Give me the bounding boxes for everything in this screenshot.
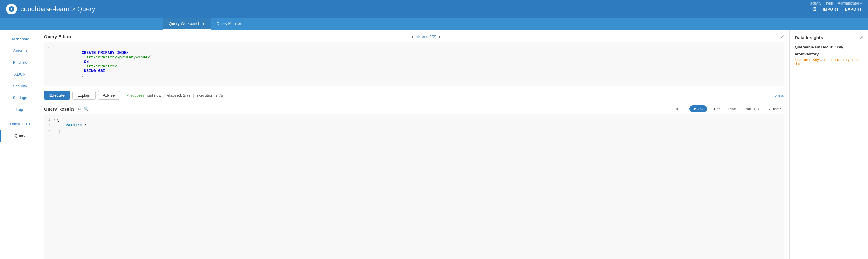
code-editor[interactable]: 1 CREATE PRIMARY INDEX `art-inventory-pr… <box>44 42 784 86</box>
export-button[interactable]: EXPORT <box>845 7 862 11</box>
execute-button[interactable]: Execute <box>44 91 70 100</box>
content-area: Query Editor ‹ history (2/2) › ⤢ 1 CREAT… <box>39 30 868 259</box>
tab-query-monitor[interactable]: Query Monitor <box>211 18 247 30</box>
tab-plan-text[interactable]: Plan Text <box>741 105 764 112</box>
query-panel: Query Editor ‹ history (2/2) › ⤢ 1 CREAT… <box>39 30 789 259</box>
sidebar-logs-label: Logs <box>16 107 24 112</box>
header-left: couchbase-learn > Query <box>6 4 95 14</box>
result-line-2: 2 "results": [] <box>44 122 784 128</box>
query-editor-title: Query Editor <box>44 34 71 39</box>
import-button[interactable]: IMPORT <box>823 7 839 11</box>
result-arrow-1: ▾ <box>53 118 56 122</box>
sidebar: Dashboard Servers Buckets XDCR Security … <box>0 30 39 259</box>
header-right: ⚙ IMPORT EXPORT <box>812 6 862 12</box>
line-number-1: 1 <box>44 46 53 50</box>
tab-query-workbench[interactable]: Query Workbench ▾ <box>163 18 211 30</box>
explain-button[interactable]: Explain <box>72 91 96 100</box>
result-brace-open: { <box>57 117 59 122</box>
query-monitor-label: Query Monitor <box>217 22 241 26</box>
sidebar-servers-label: Servers <box>13 48 27 53</box>
tab-advice[interactable]: Advice <box>766 105 784 112</box>
result-arrow-2 <box>53 124 57 127</box>
sidebar-item-security[interactable]: Security <box>0 80 39 92</box>
main-layout: Dashboard Servers Buckets XDCR Security … <box>0 30 868 259</box>
status-elapsed: elapsed: 2.7s <box>167 93 190 98</box>
query-results-title: Query Results <box>44 106 75 111</box>
tab-table[interactable]: Table <box>672 105 688 112</box>
query-editor-header: Query Editor ‹ history (2/2) › ⤢ <box>39 30 789 42</box>
sidebar-settings-label: Settings <box>13 96 27 100</box>
result-num-2: 2 <box>44 123 53 128</box>
sidebar-documents-label: Documents <box>10 122 30 126</box>
tab-tree[interactable]: Tree <box>708 105 723 112</box>
result-key: "results": [] <box>59 123 94 128</box>
app-title: couchbase-learn > Query <box>21 5 95 13</box>
insights-subtitle: Queryable By Doc ID Only <box>795 45 863 49</box>
search-icon[interactable]: 🔍 <box>84 107 89 111</box>
subnav-bar: Query Workbench ▾ Query Monitor <box>0 18 868 30</box>
insights-keyspace: art-inventory <box>795 52 863 56</box>
status-success-icon: ✓ success <box>126 93 145 98</box>
insights-title: Data Insights <box>795 35 823 40</box>
insights-error: Infer error: Keyspace art-inventory has … <box>795 58 863 66</box>
expand-editor-icon[interactable]: ⤢ <box>780 34 784 39</box>
history-prev-icon[interactable]: ‹ <box>412 34 413 39</box>
top-header: couchbase-learn > Query ⚙ IMPORT EXPORT <box>0 0 868 18</box>
query-workbench-label: Query Workbench <box>169 22 200 26</box>
code-line-1: 1 CREATE PRIMARY INDEX `art-inventory-pr… <box>44 45 784 83</box>
sidebar-item-documents[interactable]: Documents <box>0 118 39 130</box>
results-content: 1 ▾ { 2 "results": [] 3 } <box>44 114 784 259</box>
check-icon: ✓ <box>126 93 129 98</box>
history-link[interactable]: history (2/2) <box>415 34 436 39</box>
advise-button[interactable]: Advise <box>98 91 120 100</box>
history-nav: ‹ history (2/2) › <box>412 34 440 39</box>
result-arrow-3 <box>53 130 57 133</box>
tab-plan[interactable]: Plan <box>725 105 740 112</box>
sidebar-buckets-label: Buckets <box>13 60 27 65</box>
format-icon: ≡ <box>770 93 772 98</box>
copy-icon[interactable]: ⧉ <box>78 106 81 111</box>
help-link[interactable]: help <box>826 1 833 5</box>
sidebar-item-buckets[interactable]: Buckets <box>0 57 39 68</box>
sidebar-item-settings[interactable]: Settings <box>0 92 39 104</box>
sidebar-item-dashboard[interactable]: Dashboard <box>0 33 39 45</box>
format-button[interactable]: ≡ format <box>770 93 784 98</box>
status-success-label: success <box>130 93 145 98</box>
sidebar-item-servers[interactable]: Servers <box>0 45 39 57</box>
sidebar-xdcr-label: XDCR <box>14 72 26 76</box>
sidebar-item-query[interactable]: Query <box>0 130 39 142</box>
result-brace-close: } <box>59 129 61 134</box>
activity-link[interactable]: activity <box>810 1 822 5</box>
logo <box>6 4 17 14</box>
insights-header: Data Insights ⤢ <box>795 35 863 40</box>
status-area: ✓ success just now | elapsed: 2.7s | exe… <box>126 93 223 98</box>
insights-panel: Data Insights ⤢ Queryable By Doc ID Only… <box>789 30 868 259</box>
gear-icon[interactable]: ⚙ <box>812 6 817 12</box>
sidebar-dashboard-label: Dashboard <box>10 37 30 41</box>
result-num-1: 1 <box>44 118 53 122</box>
tab-json[interactable]: JSON <box>689 105 707 112</box>
query-workbench-chevron-icon: ▾ <box>203 22 205 26</box>
history-next-icon[interactable]: › <box>439 34 440 39</box>
sidebar-query-label: Query <box>14 134 25 138</box>
code-content-1: CREATE PRIMARY INDEX `art-inventory-prim… <box>53 46 152 82</box>
result-line-1: 1 ▾ { <box>44 117 784 122</box>
result-num-3: 3 <box>44 129 53 134</box>
results-tabs: Table JSON Tree Plan Plan Text Advice <box>672 105 784 112</box>
expand-insights-icon[interactable]: ⤢ <box>860 35 863 40</box>
status-time: just now <box>147 93 161 98</box>
format-label: format <box>773 93 784 98</box>
sidebar-security-label: Security <box>13 84 27 88</box>
query-toolbar: Execute Explain Advise ✓ success just no… <box>39 88 789 102</box>
admin-chevron-icon: ▾ <box>860 1 862 5</box>
sidebar-item-logs[interactable]: Logs <box>0 104 39 115</box>
sidebar-divider <box>0 116 39 117</box>
sidebar-item-xdcr[interactable]: XDCR <box>0 68 39 80</box>
admin-dropdown[interactable]: Administrator ▾ <box>838 1 862 5</box>
status-execution: execution: 2.7s <box>196 93 223 98</box>
result-line-3: 3 } <box>44 128 784 134</box>
query-results-header: Query Results ⧉ 🔍 Table JSON Tree Plan P… <box>39 102 789 114</box>
